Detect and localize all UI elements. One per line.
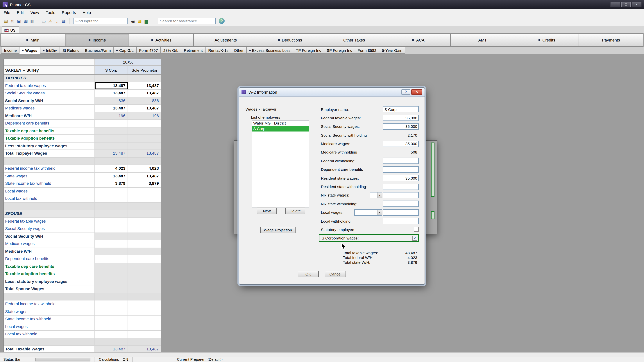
grid-cell[interactable] — [128, 195, 161, 202]
subtab-wages[interactable]: Wages — [20, 47, 40, 54]
grid-cell[interactable] — [95, 127, 128, 134]
alert-icon[interactable]: ⚠ — [47, 18, 54, 24]
grid-cell[interactable]: 13,487 — [95, 172, 128, 180]
checkbox-s-corporation-wages[interactable]: ✓ — [412, 236, 417, 241]
tab-amt[interactable]: AMT — [451, 33, 515, 47]
maximize-button[interactable]: □ — [621, 2, 631, 7]
grid-cell[interactable] — [95, 301, 128, 308]
grid-cell[interactable] — [128, 263, 161, 270]
grid-cell[interactable] — [128, 127, 161, 134]
grid-cell[interactable] — [95, 323, 128, 330]
grid-cell[interactable] — [95, 233, 128, 240]
close-plan-icon[interactable]: ▥ — [29, 18, 36, 24]
subtab-tp-foreign-inc[interactable]: TP Foreign Inc — [293, 47, 324, 54]
employer-item[interactable]: Water MGT District — [252, 120, 309, 126]
subtab-income[interactable]: Income — [1, 47, 20, 54]
grid-cell[interactable] — [128, 278, 161, 285]
save-plan-icon[interactable]: ▣ — [16, 18, 22, 24]
dialog-help-button[interactable]: ? — [402, 89, 410, 95]
tab-main[interactable]: Main — [1, 33, 65, 47]
help-icon[interactable]: ? — [219, 18, 224, 24]
grid-cell[interactable] — [128, 308, 161, 315]
grid-cell[interactable] — [128, 323, 161, 330]
calculator-icon[interactable]: ▦ — [136, 18, 143, 24]
dialog-close-button[interactable]: ✕ — [411, 89, 422, 95]
tab-aca[interactable]: ACA — [386, 33, 450, 47]
field-medicare-wages[interactable]: 35,000 — [383, 140, 419, 147]
delete-employer-button[interactable]: Delete — [285, 208, 305, 214]
grid-cell[interactable] — [128, 188, 161, 195]
grid-cell[interactable] — [95, 263, 128, 270]
cancel-button[interactable]: Cancel — [325, 271, 346, 277]
subtab-28-g-l[interactable]: 28% G/L — [161, 47, 182, 54]
field-local-withholding[interactable] — [383, 218, 419, 224]
subtab-cap-g-l[interactable]: Cap G/L — [114, 47, 136, 54]
grid-cell[interactable] — [95, 255, 128, 263]
grid-cell[interactable] — [128, 218, 161, 225]
field-nr-state-wages[interactable] — [383, 192, 419, 198]
grid-cell[interactable] — [95, 135, 128, 142]
grid-cell[interactable] — [95, 248, 128, 255]
subtab-5-year-gain[interactable]: 5-Year Gain — [379, 47, 405, 54]
grid-cell[interactable] — [128, 270, 161, 278]
print-icon[interactable]: ▭ — [40, 18, 47, 24]
checkbox-statutory-employee[interactable] — [414, 227, 419, 232]
subtab-form-8582[interactable]: Form 8582 — [355, 47, 379, 54]
tab-credits[interactable]: Credits — [515, 33, 579, 47]
tab-activities[interactable]: Activities — [130, 33, 194, 47]
grid-cell[interactable]: 13,487 — [128, 105, 161, 112]
field-dependent-care-benefits[interactable] — [383, 166, 419, 172]
field-nr-state-wages-dropdown[interactable]: ▾ — [370, 192, 382, 198]
grid-cell[interactable]: 4,023 — [128, 165, 161, 172]
grid-cell[interactable] — [128, 301, 161, 308]
close-button[interactable]: × — [632, 2, 642, 7]
grid-view-icon[interactable]: ▦ — [60, 18, 67, 24]
subtab-other[interactable]: Other — [232, 47, 247, 54]
grid-cell[interactable]: 13,487 — [128, 172, 161, 180]
grid-cell[interactable] — [128, 142, 161, 149]
grid-cell[interactable] — [95, 225, 128, 232]
assistance-search-input[interactable] — [158, 18, 216, 24]
subtab-int-div[interactable]: Int/Div — [40, 47, 60, 54]
wage-projection-button[interactable]: Wage Projection — [260, 227, 296, 233]
grid-cell[interactable] — [95, 316, 128, 323]
chart-icon[interactable]: ▆ — [143, 18, 150, 24]
grid-cell[interactable]: 13,487 — [128, 82, 161, 89]
field-local-wages-dropdown[interactable]: ▾ — [354, 209, 382, 215]
tab-deductions[interactable]: Deductions — [258, 33, 322, 47]
grid-cell[interactable] — [128, 331, 161, 338]
grid-cell[interactable] — [95, 285, 128, 293]
grid-cell[interactable]: 13,487 — [128, 90, 161, 97]
tab-income[interactable]: Income — [65, 33, 130, 47]
grid-cell[interactable]: 3,879 — [95, 180, 128, 187]
find-input[interactable] — [73, 18, 128, 24]
grid-cell[interactable]: 836 — [128, 97, 161, 104]
employer-item[interactable]: S Corp — [252, 126, 309, 131]
grid-cell[interactable] — [95, 218, 128, 225]
grid-cell[interactable] — [128, 120, 161, 127]
grid-cell[interactable]: 13,487 — [128, 346, 161, 353]
subtab-retirement[interactable]: Retirement — [181, 47, 206, 54]
subtab-excess-business-loss[interactable]: Excess Business Loss — [246, 47, 293, 54]
tab-adjustments[interactable]: Adjustments — [194, 33, 258, 47]
grid-cell[interactable]: 836 — [95, 97, 128, 104]
grid-cell[interactable] — [95, 240, 128, 247]
plan-library-icon[interactable]: ▦ — [22, 18, 29, 24]
menu-edit[interactable]: Edit — [14, 9, 27, 15]
field-employer-name[interactable]: S Corp — [383, 106, 419, 112]
grid-cell[interactable]: 13,487 — [95, 346, 128, 353]
subtab-rental-k-1s[interactable]: Rental/K-1s — [206, 47, 232, 54]
grid-cell[interactable]: 196 — [128, 112, 161, 119]
field-federal-taxable-wages[interactable]: 35,000 — [383, 115, 419, 121]
grid-cell[interactable] — [128, 233, 161, 240]
grid-cell[interactable] — [128, 248, 161, 255]
new-plan-icon[interactable]: ▤ — [2, 18, 9, 24]
new-employer-button[interactable]: New — [257, 208, 277, 214]
grid-cell[interactable] — [95, 270, 128, 278]
tab-payments[interactable]: Payments — [579, 33, 643, 47]
grid-cell[interactable]: 3,879 — [128, 180, 161, 187]
open-plan-icon[interactable]: ▨ — [9, 18, 16, 24]
delete-row-icon[interactable]: ↓ — [54, 18, 60, 24]
grid-cell[interactable]: 196 — [95, 112, 128, 119]
grid-cell[interactable]: 13,487 — [95, 82, 128, 89]
